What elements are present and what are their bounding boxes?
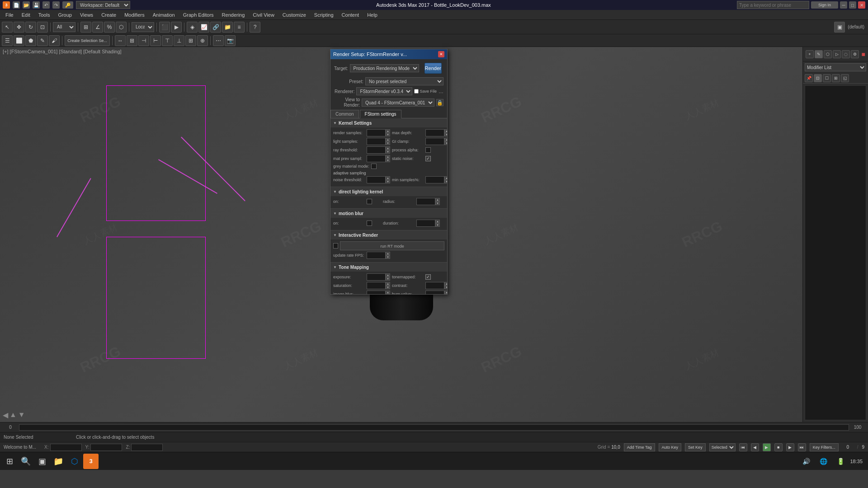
burn-value-input[interactable]: 0,2 [425, 291, 444, 294]
noise-threshold-up[interactable]: ▲ [386, 176, 390, 180]
run-rt-checkbox[interactable] [333, 243, 338, 249]
run-rt-button[interactable]: run RT mode [340, 241, 444, 250]
mat-prev-sampl-up[interactable]: ▲ [386, 155, 390, 159]
contrast-up[interactable]: ▲ [444, 282, 447, 286]
motion-panel-btn[interactable]: ▷ [833, 50, 841, 58]
fence-select-btn[interactable]: ⬟ [25, 35, 36, 46]
mb-duration-down[interactable]: ▼ [435, 223, 440, 227]
view-to-render-dropdown[interactable]: Quad 4 - FStormCamera_001 [362, 99, 434, 107]
render-button[interactable]: Render [425, 63, 442, 74]
edge-btn[interactable]: ⬡ [67, 454, 82, 469]
quick-align-btn[interactable]: ⊤ [162, 35, 173, 46]
windows-start-btn[interactable]: ⊞ [2, 454, 17, 469]
save-file-checkbox[interactable] [414, 89, 419, 94]
next-frame-btn[interactable]: ▶ [786, 443, 794, 451]
select-region-btn[interactable]: ⬜ [14, 35, 24, 46]
dl-radius-input[interactable]: 100,0 [416, 198, 435, 205]
menu-group[interactable]: Group [54, 11, 75, 19]
modify-panel-btn[interactable]: ✎ [815, 50, 823, 58]
menu-rendering[interactable]: Rendering [218, 11, 249, 19]
dl-radius-up[interactable]: ▲ [435, 198, 440, 202]
select-tool[interactable]: ↖ [2, 22, 13, 33]
camera-match-btn[interactable]: 📷 [225, 35, 236, 46]
select-by-name-btn[interactable]: ☰ [2, 35, 13, 46]
sign-in-btn[interactable]: Sign In [811, 1, 838, 9]
lock-view-btn[interactable]: 🔒 [436, 99, 443, 106]
go-to-start-btn[interactable]: ⏮ [739, 443, 747, 451]
spinner-snap[interactable]: ⬡ [116, 22, 127, 33]
mb-duration-up[interactable]: ▲ [435, 220, 440, 223]
y-coord-input[interactable]: -427,334 [90, 444, 122, 451]
coord-system-dropdown[interactable]: Local [132, 22, 154, 32]
track-view-btn[interactable]: 📈 [198, 22, 209, 33]
grey-material-checkbox[interactable] [371, 164, 377, 169]
process-alpha-checkbox[interactable] [425, 147, 431, 153]
saturation-up[interactable]: ▲ [386, 282, 390, 286]
update-rate-down[interactable]: ▼ [386, 255, 390, 259]
saturation-down[interactable]: ▼ [386, 286, 390, 289]
render-samples-down[interactable]: ▼ [386, 133, 390, 136]
snap-toggle[interactable]: ⊞ [80, 22, 91, 33]
gi-clamp-up[interactable]: ▲ [444, 138, 447, 141]
maximize-btn[interactable]: □ [849, 1, 856, 9]
ray-threshold-input[interactable]: 0,01 [367, 146, 386, 154]
menu-views[interactable]: Views [76, 11, 97, 19]
utilities-panel-btn[interactable]: ⚙ [851, 50, 859, 58]
clone-align-btn[interactable]: ⊕ [197, 35, 208, 46]
tab-fstorm-settings[interactable]: FStorm settings [360, 110, 401, 118]
image-blur-input[interactable]: 0,1 [367, 291, 386, 294]
render-samples-input[interactable]: 4000 [367, 129, 386, 136]
move-tool[interactable]: ✥ [14, 22, 24, 33]
new-file-btn[interactable]: 📄 [13, 1, 20, 9]
renderer-dropdown[interactable]: FStormRender v0.3.4 [356, 87, 412, 95]
modifier-list-dropdown[interactable]: Modifier List [805, 63, 866, 71]
mirror-btn[interactable]: ↔ [115, 35, 126, 46]
min-samples-pct-down[interactable]: ▼ [444, 180, 447, 183]
light-samples-up[interactable]: ▲ [386, 138, 390, 141]
menu-edit[interactable]: Edit [18, 11, 34, 19]
ray-threshold-down[interactable]: ▼ [386, 150, 390, 154]
renderer-options-btn[interactable]: … [439, 89, 443, 94]
menu-animation[interactable]: Animation [149, 11, 179, 19]
tray-icon-2[interactable]: 🌐 [816, 454, 831, 469]
clock[interactable]: 18:35 [850, 459, 863, 464]
menu-modifiers[interactable]: Modifiers [121, 11, 148, 19]
noise-threshold-down[interactable]: ▼ [386, 180, 390, 183]
paint-select-btn[interactable]: 🖌 [49, 35, 60, 46]
menu-customize[interactable]: Customize [279, 11, 310, 19]
display-panel-btn[interactable]: ◌ [842, 50, 850, 58]
max-depth-up[interactable]: ▲ [444, 129, 447, 133]
help-btn[interactable]: ? [250, 22, 260, 33]
add-time-tag-btn[interactable]: Add Time Tag [624, 443, 655, 451]
tray-icon-1[interactable]: 🔊 [798, 454, 814, 469]
modifier-active-btn[interactable]: ☐ [823, 74, 831, 82]
menu-graph-editors[interactable]: Graph Editors [179, 11, 217, 19]
redo-btn[interactable]: ↷ [52, 1, 60, 9]
percent-snap[interactable]: % [104, 22, 115, 33]
timeline-track[interactable] [19, 424, 849, 431]
render-dialog-close-btn[interactable]: ✕ [438, 51, 444, 57]
minimize-btn[interactable]: ─ [840, 1, 847, 9]
align-btn[interactable]: ⊣ [138, 35, 149, 46]
angle-snap[interactable]: ∠ [92, 22, 103, 33]
filter-dropdown[interactable]: All [53, 22, 75, 32]
menu-tools[interactable]: Tools [35, 11, 54, 19]
rotate-tool[interactable]: ↻ [25, 22, 36, 33]
prev-frame-btn[interactable]: ◀ [751, 443, 759, 451]
save-file-btn[interactable]: 💾 [33, 1, 40, 9]
gi-clamp-input[interactable]: 1,0 [425, 138, 444, 145]
menu-file[interactable]: File [2, 11, 17, 19]
material-editor-btn[interactable]: ◈ [187, 22, 198, 33]
direct-lighting-header[interactable]: ▼ direct lighting kernel [330, 187, 447, 196]
asset-browser-btn[interactable]: 📁 [222, 22, 233, 33]
workspace-dropdown[interactable]: Workspace: Default [76, 1, 130, 9]
right-panel-color-swatch[interactable]: ■ [862, 51, 865, 58]
menu-content[interactable]: Content [338, 11, 363, 19]
modifier-display-btn[interactable]: ◱ [841, 74, 849, 82]
auto-key-btn[interactable]: Auto Key [659, 443, 682, 451]
pin-stack-btn[interactable]: 📌 [805, 74, 813, 82]
light-samples-input[interactable]: 6 [367, 138, 386, 145]
image-blur-up[interactable]: ▲ [386, 291, 390, 294]
spacing-tool-btn[interactable]: ⊞ [185, 35, 196, 46]
render-dialog-titlebar[interactable]: Render Setup: FStormRender v... ✕ [330, 49, 447, 59]
